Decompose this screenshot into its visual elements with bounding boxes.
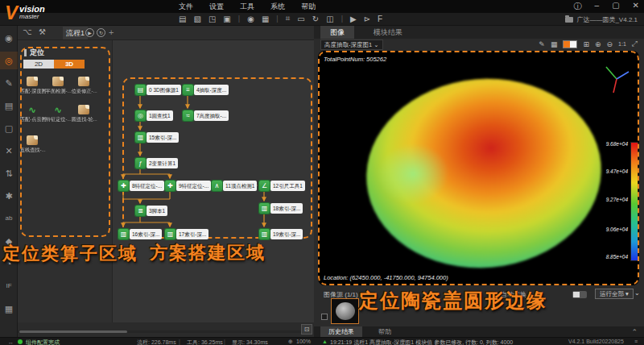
tab-image[interactable]: 图像 [320,26,354,39]
project-name: 广达——圆类_V4.2.1 [565,15,638,24]
status-ok-icon [18,339,23,344]
flow-node[interactable]: ▥ 15索引-深... [135,132,179,143]
index-node-icon: ▥ [135,132,146,143]
vertex-detect-node-icon: ∧ [212,181,222,191]
camera-icon[interactable]: ◉ [247,15,254,23]
run-continuous-icon[interactable]: ⊳ [364,15,370,23]
device-icon[interactable]: ▭ [297,15,304,23]
flow-tree-icon[interactable]: ⌥ [23,27,32,36]
flow-node[interactable]: ∧ 11顶点检测1 [212,181,257,191]
draw-icon[interactable]: ✎ [539,40,545,48]
resize-handle-icon[interactable]: ↔ [8,339,14,345]
menu-settings[interactable]: 设置 [209,2,224,12]
run-once-icon[interactable]: ▶ [350,15,357,23]
fullscreen-icon[interactable]: ⤢ [632,39,638,48]
logic-icon[interactable]: IF [0,277,18,295]
flow-node[interactable]: ▥ 16索引-深... [118,229,162,239]
run-flow-button[interactable]: ▶ [85,28,94,37]
image-edit-icon[interactable]: ✎ [0,74,18,92]
auto-switch-toggle[interactable] [572,291,587,298]
acquisition-icon[interactable]: ◉ [0,29,18,47]
flow-node[interactable]: ▥ 17索引-深... [165,229,208,239]
f-module-icon[interactable]: F [378,15,382,23]
display-icon[interactable]: ▦ [0,300,18,318]
vd-module-icon[interactable]: ◫ [326,15,333,23]
frame-icon[interactable]: ▢ [0,119,18,137]
visionmaster-window: 文件 设置 工具 系统 帮助 ⓘ – ▢ ✕ V vision master ▤… [0,0,644,345]
flow-node[interactable]: ◎ 1圆查找1 [135,110,173,121]
source-thumbnail[interactable] [331,298,359,324]
module-selector-dropdown[interactable]: 高度抽取-深度图1 ⌄ [320,39,383,50]
tab-process-1[interactable]: 流程1 [63,27,88,39]
zoom-in-icon[interactable]: ⊕ [595,40,601,48]
minimize-button[interactable]: – [595,1,600,12]
collapse-source-icon[interactable]: ⌄ [634,289,640,297]
one-to-one-icon[interactable]: 1:1 [618,41,626,47]
flow-node[interactable]: ▥ 18索引-深... [259,203,303,214]
total-point-num: TotalPointNum: 505262 [324,56,386,63]
menu-file[interactable]: 文件 [179,2,193,12]
flow-node[interactable]: ƒ 2变量计算1 [135,158,178,168]
gallery-icon[interactable]: ▣ [223,15,230,23]
measure-icon[interactable]: ▤ [0,97,18,114]
index-node-icon: ▥ [259,229,270,239]
log-settings-icon[interactable]: ≡ [634,339,638,344]
height-extract-node-icon: ≈ [183,110,193,121]
fit-flow-button[interactable]: ⊡ [301,324,312,335]
zoom-out-icon[interactable]: ⊖ [607,40,613,48]
version-label: V4.2.1 Build20220825 [568,339,624,344]
menu-tools[interactable]: 工具 [240,2,254,12]
extract-node-icon: ≡ [183,85,193,95]
close-button[interactable]: ✕ [633,1,639,12]
display-mode-icon[interactable]: ▦ [551,40,558,48]
status-bar: ↔ 组件配置完成 流程: 226.78ms | 工具: 36.25ms | 显示… [0,337,644,345]
run-all-button[interactable]: 运行全部 ▾ [595,289,634,299]
loop-flow-button[interactable]: ↻ [97,28,105,37]
tab-history-result[interactable]: 历史结果 [320,326,362,337]
tools-icon[interactable]: ✕ [0,142,18,160]
wrench-icon[interactable]: ⚒ [39,27,46,36]
menu-help[interactable]: 帮助 [301,2,316,12]
tab-help[interactable]: 帮助 [370,326,399,337]
fit-view-icon[interactable]: ⊞ [583,40,589,48]
flow-node[interactable]: ≈ 7高度抽取-... [183,110,229,121]
bottom-tab-bar: 历史结果 帮助 ⌃ [314,326,644,337]
gear-icon[interactable]: ✱ [0,187,18,205]
text-tool-icon[interactable]: ab [0,210,18,227]
export-icon[interactable]: ◳ [208,15,216,23]
flow-node[interactable]: ▥ 19索引-深... [259,229,303,239]
ruler-icon[interactable]: ⇅ [0,164,18,182]
flow-node[interactable]: ✚ 9特征定位-... [165,181,211,191]
add-flow-button[interactable]: + [109,27,114,37]
reset-icon[interactable]: ↻ [312,15,319,23]
flow-node[interactable]: ▤ 0 3D图像源1 [135,85,181,95]
divider: | [238,15,240,23]
flow-node[interactable]: ✚ 8特征定位-... [118,181,164,191]
color-swatch[interactable] [563,40,577,48]
feature-locate-node-icon: ✚ [165,181,175,191]
flow-node[interactable]: ≣ 3脚本1 [135,206,167,216]
brand-top: vision [19,6,45,13]
collapse-panel-icon[interactable]: ⌃ [631,328,638,336]
horizontal-scrollbar-thumb[interactable] [19,330,127,333]
menu-system[interactable]: 系统 [270,2,285,12]
thumbnail-circle [336,302,355,320]
axis-gizmo-icon[interactable] [602,61,631,95]
flow-node[interactable]: ≡ 4抽取-深度... [183,85,229,95]
tab-module-result[interactable]: 模块结果 [364,26,412,39]
viewport-highlight [318,51,639,285]
maximize-button[interactable]: ▢ [612,1,619,12]
annotation-flow-area: 方案搭建区域 [150,241,266,265]
columns-icon[interactable]: ▦ [262,15,269,23]
info-icon[interactable]: ⓘ [574,1,582,12]
circle-find-node-icon: ◎ [135,110,146,121]
status-message: 组件配置完成 [26,339,60,345]
flow-node[interactable]: ∠ 12引尺工具1 [259,181,305,191]
history-message: 19:21:19 流程1 高度抽取-深度图1 模块值 参数已修改, 行数: 0,… [330,339,513,345]
image-source-node-icon: ▤ [135,85,146,95]
save-icon[interactable]: ▤ [179,15,186,23]
open-project-icon[interactable]: ▧ [193,15,200,23]
source-checkbox[interactable] [321,314,328,320]
vs-module-icon[interactable]: ⌗ [286,14,291,23]
location-icon[interactable]: ◎ [0,52,18,69]
